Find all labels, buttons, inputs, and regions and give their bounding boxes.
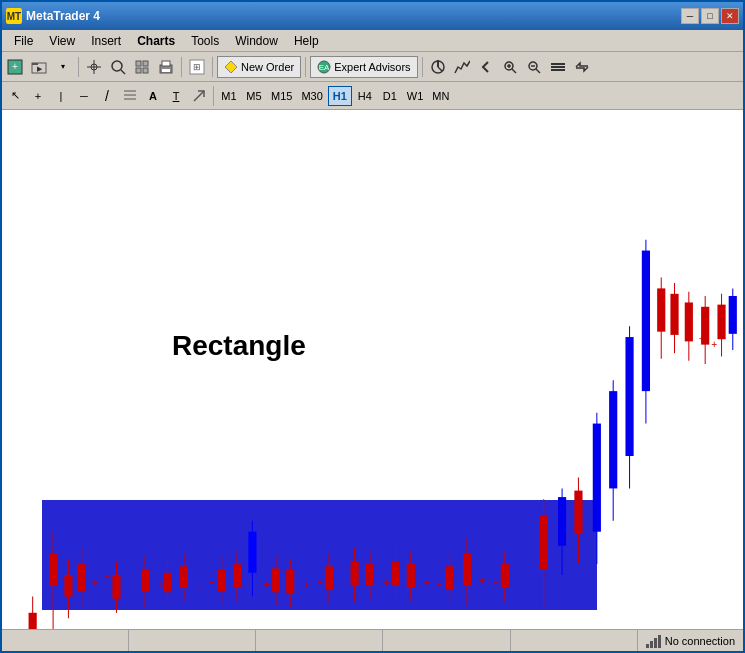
menu-tools[interactable]: Tools — [183, 32, 227, 50]
signal-bar-2 — [650, 641, 653, 648]
new-order-button[interactable]: New Order — [217, 56, 301, 78]
toolbar-properties[interactable] — [547, 56, 569, 78]
svg-rect-63 — [248, 532, 256, 573]
svg-rect-72 — [325, 566, 333, 590]
svg-rect-111 — [670, 294, 678, 335]
svg-marker-19 — [225, 61, 237, 73]
svg-rect-53 — [163, 573, 171, 592]
toolbar-open[interactable]: ▶ — [28, 56, 50, 78]
status-connection: No connection — [638, 634, 743, 648]
tool-label[interactable]: T — [165, 85, 187, 107]
status-segment-4 — [383, 630, 510, 651]
svg-line-9 — [121, 70, 125, 74]
svg-text:+: + — [196, 581, 202, 593]
svg-text:+: + — [479, 573, 485, 585]
svg-rect-55 — [180, 566, 188, 588]
maximize-button[interactable]: □ — [701, 8, 719, 24]
close-button[interactable]: ✕ — [721, 8, 739, 24]
minimize-button[interactable]: ─ — [681, 8, 699, 24]
svg-rect-40 — [49, 553, 57, 585]
toolbar-indicator[interactable]: ⊞ — [186, 56, 208, 78]
timeframe-mn[interactable]: MN — [428, 86, 453, 106]
menu-help[interactable]: Help — [286, 32, 327, 50]
svg-text:+: + — [157, 579, 163, 591]
tool-horizontal[interactable]: ─ — [73, 85, 95, 107]
tool-trendline[interactable]: / — [96, 85, 118, 107]
svg-rect-15 — [162, 61, 170, 66]
toolbar-print[interactable] — [155, 56, 177, 78]
svg-text:+: + — [383, 575, 389, 587]
toolbar-separator-4 — [305, 57, 306, 77]
svg-rect-97 — [558, 497, 566, 546]
status-segment-2 — [129, 630, 256, 651]
toolbar-ticks[interactable] — [451, 56, 473, 78]
svg-rect-118 — [701, 307, 709, 345]
signal-icon — [646, 634, 661, 648]
toolbar-crosshair[interactable] — [83, 56, 105, 78]
svg-point-8 — [112, 61, 122, 71]
timeframe-m5[interactable]: M5 — [242, 86, 266, 106]
toolbar-move[interactable] — [131, 56, 153, 78]
svg-rect-13 — [143, 68, 148, 73]
svg-text:+: + — [436, 578, 442, 590]
svg-rect-85 — [446, 566, 454, 590]
svg-line-30 — [536, 69, 540, 73]
svg-rect-103 — [609, 391, 617, 488]
tool-crosshair[interactable]: + — [27, 85, 49, 107]
main-toolbar: + ▶ ▾ ⊞ New Order EA Expert Adv — [2, 52, 743, 82]
toolbar-back[interactable] — [475, 56, 497, 78]
svg-rect-95 — [540, 515, 548, 569]
timeframe-h1[interactable]: H1 — [328, 86, 352, 106]
status-segment-3 — [256, 630, 383, 651]
svg-rect-93 — [29, 613, 37, 629]
window-title: MetaTrader 4 — [26, 9, 681, 23]
menu-charts[interactable]: Charts — [129, 32, 183, 50]
chart-area[interactable]: Rectangle + + + + + — [2, 110, 743, 629]
svg-text:+: + — [208, 575, 214, 587]
status-bar: No connection — [2, 629, 743, 651]
svg-text:+: + — [711, 338, 717, 350]
svg-rect-99 — [574, 491, 582, 534]
svg-text:+: + — [264, 578, 270, 590]
app-icon: MT — [6, 8, 22, 24]
menu-insert[interactable]: Insert — [83, 32, 129, 50]
timeframe-d1[interactable]: D1 — [378, 86, 402, 106]
tool-select[interactable]: ↖ — [4, 85, 26, 107]
title-bar: MT MetaTrader 4 ─ □ ✕ — [2, 2, 743, 30]
svg-text:+: + — [304, 579, 310, 591]
timeframe-w1[interactable]: W1 — [403, 86, 428, 106]
signal-bar-3 — [654, 638, 657, 648]
svg-rect-59 — [218, 570, 226, 592]
svg-rect-61 — [233, 564, 241, 588]
svg-rect-32 — [551, 63, 565, 65]
toolbar-new-chart[interactable]: + — [4, 56, 26, 78]
menu-file[interactable]: File — [6, 32, 41, 50]
drawing-toolbar: ↖ + | ─ / A T M1 M5 M15 M30 H1 H4 D1 W1 … — [2, 82, 743, 110]
main-window: MT MetaTrader 4 ─ □ ✕ File View Insert C… — [0, 0, 745, 653]
timeframe-h4[interactable]: H4 — [353, 86, 377, 106]
svg-rect-66 — [272, 568, 280, 592]
tool-vertical[interactable]: | — [50, 85, 72, 107]
menu-window[interactable]: Window — [227, 32, 286, 50]
toolbar-autoscroll[interactable] — [571, 56, 593, 78]
toolbar-history[interactable] — [427, 56, 449, 78]
toolbar-zoom-chart-in[interactable] — [499, 56, 521, 78]
connection-status: No connection — [665, 635, 735, 647]
timeframe-m30[interactable]: M30 — [297, 86, 326, 106]
tool-arrow[interactable] — [188, 85, 210, 107]
chart-candlesticks: + + + + + + — [2, 110, 743, 629]
expert-advisors-button[interactable]: EA Expert Advisors — [310, 56, 417, 78]
tool-fibonacci[interactable] — [119, 85, 141, 107]
toolbar-dropdown[interactable]: ▾ — [52, 56, 74, 78]
menu-view[interactable]: View — [41, 32, 83, 50]
tool-text[interactable]: A — [142, 85, 164, 107]
timeframe-m15[interactable]: M15 — [267, 86, 296, 106]
svg-rect-120 — [717, 305, 725, 340]
toolbar-zoom-in[interactable] — [107, 56, 129, 78]
signal-bar-1 — [646, 644, 649, 648]
svg-rect-33 — [551, 66, 565, 68]
toolbar-separator-1 — [78, 57, 79, 77]
toolbar-zoom-chart-out[interactable] — [523, 56, 545, 78]
timeframe-m1[interactable]: M1 — [217, 86, 241, 106]
timeframe-separator — [213, 86, 214, 106]
